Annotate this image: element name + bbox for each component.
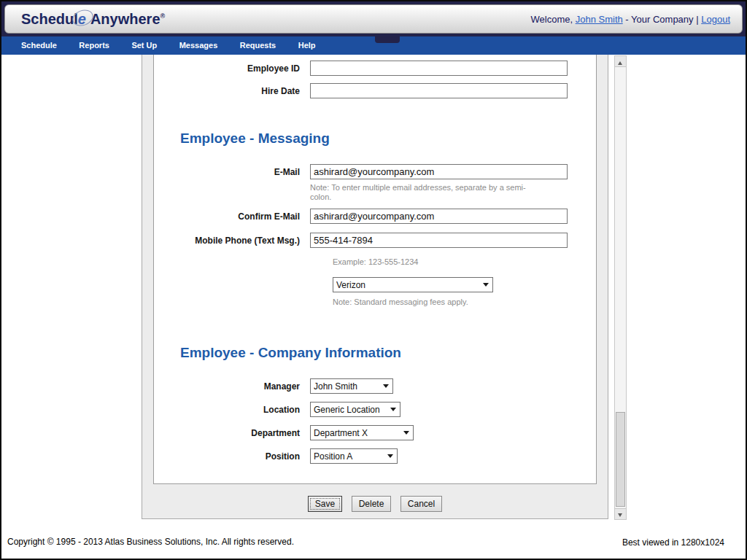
nav-item-reports[interactable]: Reports <box>69 36 119 55</box>
save-button[interactable]: Save <box>308 496 342 512</box>
up-arrow-icon <box>618 59 622 65</box>
down-arrow-icon <box>618 513 622 519</box>
carrier-select[interactable]: Verizon <box>333 277 493 292</box>
logo-bar: ScheduleAnywhere® Welcome, John Smith - … <box>4 4 743 34</box>
manager-select-wrap: John Smith <box>310 378 393 394</box>
section-heading-messaging: Employee - Messaging <box>180 131 330 147</box>
user-link[interactable]: John Smith <box>576 14 623 25</box>
vertical-scrollbar[interactable] <box>614 55 627 520</box>
hire-date-field[interactable] <box>310 83 568 98</box>
welcome-text: Welcome, John Smith - Your Company | Log… <box>531 5 731 34</box>
logo-swoosh-e: e <box>78 11 86 28</box>
position-select[interactable]: Position A <box>310 448 398 464</box>
mobile-phone-label: Mobile Phone (Text Msg.) <box>154 236 300 246</box>
brand-anywhere: Anywhere <box>90 11 160 27</box>
nav-bar: Schedule Reports Set Up Messages Request… <box>1 36 746 55</box>
confirm-email-label: Confirm E-Mail <box>154 211 300 222</box>
nav-item-schedule[interactable]: Schedule <box>12 36 66 55</box>
app-window: ScheduleAnywhere® Welcome, John Smith - … <box>0 0 747 560</box>
email-label: E-Mail <box>154 167 300 177</box>
nav-item-messages[interactable]: Messages <box>170 36 228 55</box>
position-select-wrap: Position A <box>310 448 398 464</box>
form-panel: Employee ID Hire Date Employee - Messagi… <box>153 55 597 484</box>
position-label: Position <box>154 451 300 462</box>
carrier-note: Note: Standard messaging fees apply. <box>333 298 468 307</box>
footer-copyright: Copyright © 1995 - 2013 Atlas Business S… <box>7 537 294 547</box>
scroll-down-button[interactable] <box>615 508 626 519</box>
email-field[interactable] <box>310 164 568 179</box>
footer-best-viewed: Best viewed in 1280x1024 <box>622 537 724 548</box>
manager-label: Manager <box>154 381 300 392</box>
registered-mark: ® <box>160 12 166 20</box>
section-heading-company: Employee - Company Information <box>180 345 401 361</box>
header-notch <box>375 34 400 43</box>
brand-schedule: Schedul <box>21 11 78 27</box>
email-note: Note: To enter multiple email addresses,… <box>310 183 573 202</box>
department-label: Department <box>154 428 300 438</box>
location-select[interactable]: Generic Location <box>310 402 400 417</box>
brand-logo: ScheduleAnywhere® <box>21 11 165 28</box>
company-name: - Your Company <box>625 14 693 25</box>
nav-item-help[interactable]: Help <box>289 36 325 55</box>
hire-date-label: Hire Date <box>154 86 300 96</box>
form-container: Employee ID Hire Date Employee - Messagi… <box>142 55 608 519</box>
divider: | <box>696 14 698 25</box>
employee-id-field[interactable] <box>310 61 568 76</box>
delete-button[interactable]: Delete <box>352 496 392 512</box>
nav-item-requests[interactable]: Requests <box>231 36 286 55</box>
phone-example: Example: 123-555-1234 <box>333 257 418 267</box>
employee-id-label: Employee ID <box>154 63 300 74</box>
location-select-wrap: Generic Location <box>310 402 400 417</box>
cancel-button[interactable]: Cancel <box>400 496 442 512</box>
scrollbar-thumb[interactable] <box>616 412 625 507</box>
carrier-select-wrap: Verizon <box>333 277 493 292</box>
top-header-bar: ScheduleAnywhere® Welcome, John Smith - … <box>1 1 746 36</box>
confirm-email-field[interactable] <box>310 209 568 224</box>
nav-item-setup[interactable]: Set Up <box>122 36 166 55</box>
mobile-phone-field[interactable] <box>310 233 568 248</box>
location-label: Location <box>154 405 300 415</box>
scroll-up-button[interactable] <box>615 56 626 67</box>
department-select-wrap: Department X <box>310 425 414 440</box>
button-row: Save Delete Cancel <box>142 496 608 512</box>
welcome-prefix: Welcome, <box>531 14 573 25</box>
logout-link[interactable]: Logout <box>701 14 730 25</box>
department-select[interactable]: Department X <box>310 425 414 440</box>
manager-select[interactable]: John Smith <box>310 378 393 394</box>
